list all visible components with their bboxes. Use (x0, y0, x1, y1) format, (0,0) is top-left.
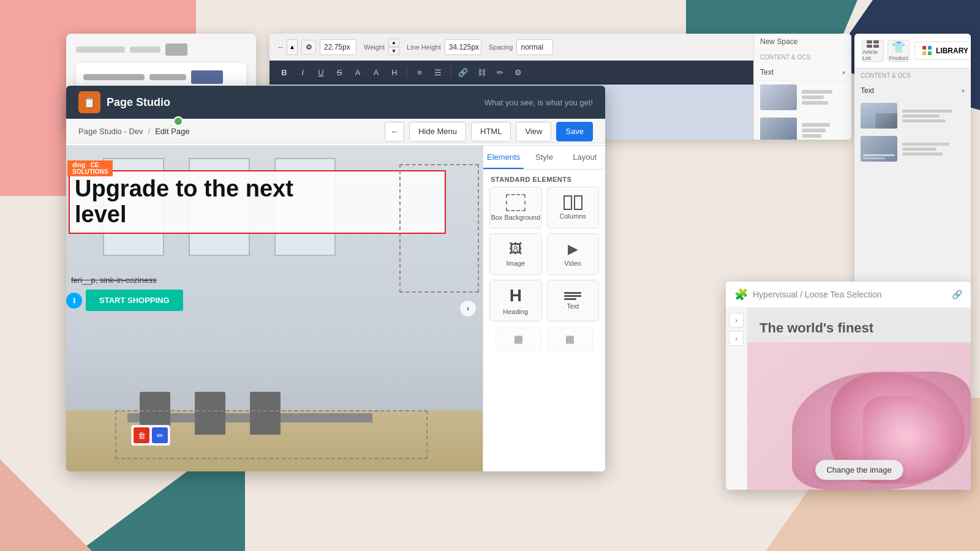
external-link-icon[interactable]: 🔗 (952, 290, 962, 299)
align-center-btn[interactable]: ☰ (429, 64, 447, 80)
view-btn[interactable]: View (516, 122, 551, 141)
hide-menu-btn[interactable]: Hide Menu (409, 122, 466, 141)
rs-template-item-2[interactable] (854, 132, 971, 165)
link-btn[interactable]: 🔗 (454, 64, 472, 80)
html-btn[interactable]: HTML (471, 122, 511, 141)
change-image-btn[interactable]: Change the image (815, 460, 903, 480)
settings-btn[interactable]: ⚙ (510, 64, 527, 80)
logo-icon: 📋 (78, 91, 100, 113)
px-input[interactable]: 22.75px (320, 39, 356, 55)
hv-header: 🧩 Hypervisual / Loose Tea Selection 🔗 (726, 282, 971, 308)
rs-line-1-3 (902, 119, 946, 122)
product-btn[interactable]: 👕 Product (888, 40, 910, 62)
rs-template-lines-1 (902, 110, 965, 122)
page-canvas: ding CE SOLUTIONS Upgrade to the next le… (66, 146, 483, 471)
rs-type-row[interactable]: Text ▾ (854, 83, 971, 99)
bold-btn[interactable]: B (276, 64, 293, 80)
line-height-input[interactable]: 34.125px (445, 39, 481, 55)
rs-template-lines-2 (902, 143, 965, 156)
rs-thumb-2-line2 (863, 157, 885, 159)
weight-arrow-down[interactable]: ▼ (388, 47, 399, 55)
video-icon: ▶ (568, 241, 578, 257)
app-logo: 📋 Page Studio (78, 91, 170, 113)
heading-label: Heading (503, 308, 528, 315)
align-left-btn[interactable]: ≡ (411, 64, 428, 80)
rs-template-item-1[interactable] (854, 99, 971, 132)
hv-hero-text: The world's finest (747, 308, 971, 342)
hypervisual-window: 🧩 Hypervisual / Loose Tea Selection 🔗 › … (726, 282, 971, 490)
element-box-background[interactable]: Box Background (489, 187, 542, 228)
unlink-btn[interactable]: ⛓ (473, 64, 490, 80)
element-columns[interactable]: Columns (547, 187, 600, 228)
library-label: LIBRARY (936, 47, 968, 55)
cta-button[interactable]: START SHOPPING (86, 290, 183, 311)
template-item-1[interactable] (754, 81, 851, 114)
new-space-btn[interactable]: New Space (754, 34, 851, 50)
hero-heading-line2: level (75, 201, 127, 227)
article-list-btn[interactable]: Article List (862, 40, 884, 62)
pen-btn[interactable]: ✏ (491, 64, 508, 80)
mock-small-btn-1[interactable] (165, 43, 187, 56)
hv-image-area: Change the image (747, 342, 971, 490)
tab-style[interactable]: Style (524, 146, 564, 169)
spacing-input[interactable]: normal (516, 39, 553, 55)
weight-arrow-up[interactable]: ▲ (388, 39, 399, 47)
gear-btn[interactable]: ⚙ (301, 40, 316, 54)
tab-elements[interactable]: Elements (483, 146, 524, 169)
arrow-up-btn[interactable]: ▲ (287, 39, 298, 55)
editor-area: ding CE SOLUTIONS Upgrade to the next le… (66, 146, 605, 471)
hero-float-toolbar: 🗑 ✏ (131, 425, 170, 446)
element-image[interactable]: 🖼 Image (489, 233, 542, 275)
mock-bar-2 (130, 47, 160, 53)
product-label: Product (889, 55, 908, 61)
hv-arrow-bottom[interactable]: › (729, 331, 744, 346)
lib-dot-2 (928, 46, 932, 50)
edit-btn[interactable]: ✏ (152, 427, 168, 443)
hero-subtext: feri__p, sink-in-coziness (71, 274, 156, 285)
columns-label: Columns (560, 212, 586, 220)
back-btn[interactable]: ← (385, 122, 404, 141)
lib-dot-1 (922, 46, 926, 50)
hero-heading-box[interactable]: Upgrade to the next level (69, 170, 446, 234)
rs-template-thumb-2 (861, 136, 897, 162)
carousel-next-btn[interactable]: › (459, 300, 477, 317)
type-select-row[interactable]: Text ▾ (754, 64, 851, 81)
bg-shape-bottom-navy (0, 459, 92, 551)
italic-btn[interactable]: I (294, 64, 311, 80)
library-btn[interactable]: LIBRARY (914, 42, 971, 60)
columns-icon (564, 195, 582, 210)
element-video[interactable]: ▶ Video (547, 233, 600, 275)
element-extra-2: ⬛ (547, 328, 594, 352)
element-heading[interactable]: H Heading (489, 280, 542, 321)
breadcrumb-sep: / (148, 127, 151, 136)
strike-btn[interactable]: S (331, 64, 348, 80)
heading-btn[interactable]: H (386, 64, 403, 80)
element-text[interactable]: Text (547, 280, 600, 321)
weight-label: Weight (364, 43, 385, 51)
panel-tabs: Elements Style Layout (483, 146, 605, 170)
hv-arrow-top[interactable]: › (729, 313, 744, 328)
rs-thumb-1-img (861, 103, 897, 129)
template-item-2[interactable] (754, 114, 851, 140)
elements-section-title: STANDARD ELEMENTS (483, 170, 605, 187)
rs-line-1-2 (902, 114, 940, 118)
tab-layout[interactable]: Layout (565, 146, 605, 169)
weight-group: Weight ▲ ▼ (364, 39, 399, 55)
app-subtitle: What you see, is what you get! (484, 98, 593, 107)
breadcrumb-current: Edit Page (155, 127, 189, 136)
article-list-label: Article List (862, 49, 883, 61)
underline-btn[interactable]: U (312, 64, 330, 80)
format-a2-btn[interactable]: A (368, 64, 385, 80)
mock-blue-btn[interactable] (191, 70, 223, 84)
hv-title-slash: / (800, 290, 805, 299)
template-thumb-1 (760, 84, 797, 110)
line-height-label: Line Height (407, 43, 441, 51)
hv-right-content: The world's finest Change the image (747, 308, 971, 490)
main-save-btn[interactable]: Save (556, 122, 593, 141)
rs-thumb-1-detail (875, 113, 897, 129)
format-a-btn[interactable]: A (349, 64, 366, 80)
hero-background: ding CE SOLUTIONS Upgrade to the next le… (66, 146, 483, 471)
delete-btn[interactable]: 🗑 (134, 427, 149, 443)
type-label: Text (760, 68, 774, 77)
toolbar-divider-2 (450, 66, 451, 78)
